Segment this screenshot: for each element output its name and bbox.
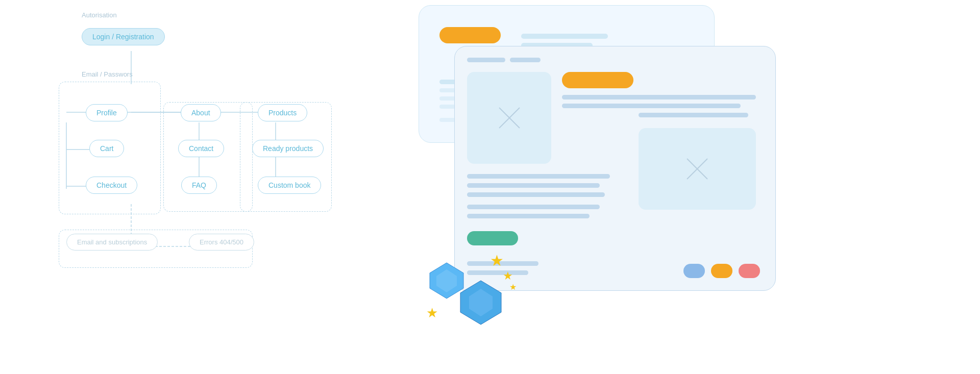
auth-label: Autorisation [82, 11, 117, 19]
placeholder-x-icon [494, 103, 525, 133]
mid-top-line1 [467, 58, 505, 62]
star-4: ★ [509, 282, 517, 292]
card-back-orange-btn [439, 27, 501, 43]
mid-line2 [562, 104, 646, 108]
mid-line7 [467, 214, 590, 218]
custom-book-node[interactable]: Custom book [258, 177, 321, 194]
back-line-1 [521, 34, 608, 39]
blue-gem-2 [459, 280, 503, 326]
email-subs-node[interactable]: Email and subscriptions [66, 234, 158, 251]
profile-node[interactable]: Profile [86, 104, 128, 121]
mid-line3 [467, 174, 610, 179]
mid-line5 [467, 192, 605, 197]
mid-rline3 [639, 113, 748, 117]
products-node[interactable]: Products [258, 104, 307, 121]
star-2: ★ [503, 269, 513, 283]
mid-line4 [467, 183, 600, 188]
mid-line6 [467, 205, 600, 209]
email-label: Email / Passwors [82, 70, 133, 78]
mid-orange-btn [562, 72, 633, 88]
placeholder-x-icon2 [682, 154, 713, 184]
checkout-node[interactable]: Checkout [86, 177, 137, 194]
orange-dot [711, 264, 732, 278]
about-node[interactable]: About [181, 104, 221, 121]
decoration-area: ★ ★ ★ ★ [424, 252, 526, 333]
ready-products-node[interactable]: Ready products [252, 140, 324, 157]
mid-top-line2 [510, 58, 541, 62]
contact-node[interactable]: Contact [178, 140, 224, 157]
mid-green-btn [467, 231, 518, 245]
cart-node[interactable]: Cart [89, 140, 124, 157]
color-dots-row [683, 264, 760, 278]
mid-image-placeholder [467, 72, 551, 164]
mid-rline2 [639, 104, 741, 108]
login-node[interactable]: Login / Registration [82, 28, 165, 45]
mid-rline1 [639, 95, 756, 99]
star-1: ★ [490, 252, 504, 269]
errors-node[interactable]: Errors 404/500 [189, 234, 254, 251]
mid-right-image [639, 128, 756, 210]
pink-dot [739, 264, 760, 278]
mockup-area: ★ ★ ★ ★ [388, 0, 980, 374]
sitemap-area: Autorisation Login / Registration Email … [0, 0, 388, 374]
blue-dot [683, 264, 705, 278]
star-3: ★ [426, 305, 438, 321]
faq-node[interactable]: FAQ [181, 177, 217, 194]
